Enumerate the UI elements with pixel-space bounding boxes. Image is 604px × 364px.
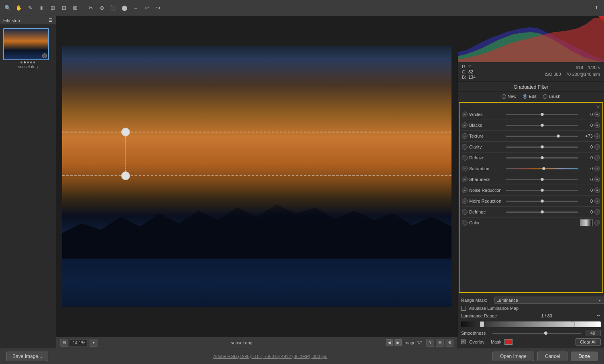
color-sampler-tool[interactable]: ⊕ bbox=[37, 4, 46, 12]
whites-minus-button[interactable]: − bbox=[462, 112, 468, 117]
moire-reduction-slider[interactable] bbox=[506, 201, 578, 202]
radio-brush[interactable] bbox=[543, 94, 547, 99]
prev-image-button[interactable]: ◀ bbox=[386, 339, 393, 346]
color-minus-button[interactable]: − bbox=[462, 220, 468, 226]
sharpness-slider[interactable] bbox=[506, 179, 578, 180]
texture-minus-button[interactable]: − bbox=[462, 133, 468, 139]
noise-reduction-plus-button[interactable]: + bbox=[594, 187, 600, 193]
noise-reduction-track[interactable] bbox=[506, 190, 578, 191]
save-image-button[interactable]: Save Image... bbox=[6, 352, 48, 361]
sharpness-minus-button[interactable]: − bbox=[462, 177, 468, 182]
range-mask-select[interactable]: None Luminance Color Depth bbox=[494, 297, 604, 304]
red-eye-tool[interactable]: ⊛ bbox=[98, 4, 106, 12]
undo-tool[interactable]: ↩ bbox=[142, 4, 151, 12]
blacks-slider[interactable] bbox=[506, 125, 578, 126]
clarity-thumb[interactable] bbox=[541, 145, 544, 148]
saturation-thumb[interactable] bbox=[542, 167, 545, 170]
sharpness-track[interactable] bbox=[506, 179, 578, 180]
sharpness-thumb[interactable] bbox=[541, 178, 544, 181]
zoom-dropdown-button[interactable]: ▾ bbox=[89, 339, 98, 347]
hand-tool[interactable]: ✋ bbox=[14, 4, 23, 12]
radio-edit[interactable] bbox=[523, 94, 527, 99]
clear-all-button[interactable]: Clear All bbox=[576, 338, 601, 346]
defringe-plus-button[interactable]: + bbox=[594, 209, 600, 215]
export-icon[interactable]: ⬆ bbox=[592, 4, 601, 12]
blacks-track[interactable] bbox=[506, 125, 578, 126]
zoom-tool[interactable]: 🔍 bbox=[3, 4, 12, 12]
luminance-track[interactable] bbox=[461, 321, 601, 327]
clarity-plus-button[interactable]: + bbox=[594, 144, 600, 150]
whites-plus-button[interactable]: + bbox=[594, 112, 600, 117]
luminance-handle-right[interactable] bbox=[571, 321, 575, 327]
defringe-track[interactable] bbox=[506, 211, 578, 213]
clarity-minus-button[interactable]: − bbox=[462, 144, 468, 150]
moire-reduction-plus-button[interactable]: + bbox=[594, 198, 600, 204]
saturation-minus-button[interactable]: − bbox=[462, 166, 468, 171]
graduated-filter-tool[interactable]: ⬛ bbox=[109, 4, 118, 12]
redo-tool[interactable]: ↪ bbox=[154, 4, 163, 12]
moire-reduction-thumb[interactable] bbox=[541, 199, 544, 203]
panel-collapse-icon[interactable]: ▽ bbox=[596, 104, 600, 109]
texture-slider[interactable] bbox=[506, 136, 578, 137]
softproof-icon[interactable]: Y bbox=[426, 339, 434, 347]
whites-slider[interactable] bbox=[506, 114, 578, 115]
cancel-button[interactable]: Cancel bbox=[537, 352, 567, 361]
mask-color-swatch[interactable] bbox=[504, 339, 512, 345]
dehaze-thumb[interactable] bbox=[541, 156, 544, 159]
done-button[interactable]: Done bbox=[571, 352, 598, 361]
mode-brush[interactable]: Brush bbox=[543, 94, 561, 99]
mode-new[interactable]: New bbox=[502, 94, 517, 99]
texture-plus-button[interactable]: + bbox=[594, 133, 600, 139]
whites-track[interactable] bbox=[506, 114, 578, 115]
smoothness-track[interactable] bbox=[492, 333, 582, 334]
luminance-handle-left[interactable] bbox=[480, 321, 484, 327]
zoom-level[interactable]: 14.1% bbox=[70, 339, 88, 346]
crop-tool[interactable]: ⊞ bbox=[48, 4, 57, 12]
film-thumb-item[interactable]: sunset.dng bbox=[3, 28, 53, 70]
blacks-plus-button[interactable]: + bbox=[594, 122, 600, 128]
image-container[interactable] bbox=[56, 16, 458, 337]
saturation-slider[interactable] bbox=[506, 168, 578, 169]
grad-handle-top[interactable] bbox=[121, 128, 130, 136]
next-image-button[interactable]: ▶ bbox=[395, 339, 402, 346]
list-tool[interactable]: ≡ bbox=[131, 4, 140, 12]
dehaze-slider[interactable] bbox=[506, 157, 578, 159]
mode-edit[interactable]: Edit bbox=[523, 94, 537, 99]
zoom-out-button[interactable]: ⊟ bbox=[60, 339, 68, 347]
blacks-minus-button[interactable]: − bbox=[462, 122, 468, 128]
saturation-plus-button[interactable]: + bbox=[594, 166, 600, 171]
defringe-slider[interactable] bbox=[506, 211, 578, 213]
noise-reduction-thumb[interactable] bbox=[541, 189, 544, 192]
color-plus-button[interactable]: + bbox=[594, 220, 600, 226]
noise-reduction-slider[interactable] bbox=[506, 190, 578, 191]
blacks-thumb[interactable] bbox=[541, 124, 544, 127]
open-image-button[interactable]: Open Image bbox=[492, 352, 534, 361]
clarity-slider[interactable] bbox=[506, 146, 578, 148]
texture-thumb[interactable] bbox=[557, 134, 560, 138]
saturation-track[interactable] bbox=[506, 168, 578, 169]
defringe-thumb[interactable] bbox=[541, 210, 544, 214]
overlay-checkbox[interactable] bbox=[461, 340, 466, 344]
film-thumbnail[interactable] bbox=[3, 28, 49, 60]
ellipse-tool[interactable]: ⬤ bbox=[120, 4, 129, 12]
defringe-minus-button[interactable]: − bbox=[462, 209, 468, 215]
dehaze-plus-button[interactable]: + bbox=[594, 155, 600, 161]
settings-icon[interactable]: ⚙ bbox=[445, 339, 454, 347]
zoom-fit-icon[interactable]: ⊞ bbox=[436, 339, 444, 347]
straighten-tool[interactable]: ⊟ bbox=[59, 4, 68, 12]
whites-thumb[interactable] bbox=[541, 113, 544, 116]
dehaze-minus-button[interactable]: − bbox=[462, 155, 468, 161]
sharpness-plus-button[interactable]: + bbox=[594, 177, 600, 182]
moire-reduction-track[interactable] bbox=[506, 201, 578, 202]
eyedropper-icon[interactable]: ✒ bbox=[596, 313, 601, 319]
visualize-checkbox[interactable] bbox=[461, 306, 466, 311]
filmstrip-menu-icon[interactable]: ☰ bbox=[49, 18, 53, 23]
moire-reduction-minus-button[interactable]: − bbox=[462, 198, 468, 204]
color-swatch[interactable] bbox=[580, 219, 593, 226]
transform-tool[interactable]: ⊠ bbox=[71, 4, 79, 12]
white-balance-tool[interactable]: ✎ bbox=[26, 4, 35, 12]
grad-handle-bottom[interactable] bbox=[121, 171, 130, 180]
main-image[interactable] bbox=[62, 46, 451, 307]
texture-track[interactable] bbox=[506, 136, 578, 137]
spot-removal-tool[interactable]: ✂ bbox=[86, 4, 95, 12]
